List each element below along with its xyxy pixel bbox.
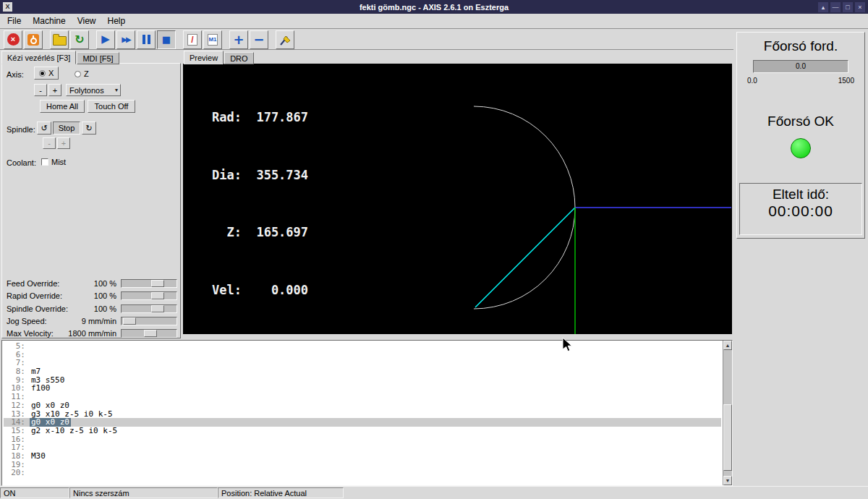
mist-label: Mist: [51, 158, 66, 166]
scroll-down-icon[interactable]: ▼: [723, 476, 732, 485]
reload-icon: ↻: [75, 34, 84, 46]
max-velocity-label: Max Velocity:: [7, 329, 54, 338]
gcode-line[interactable]: 6:: [4, 351, 721, 359]
slider-thumb[interactable]: [151, 292, 164, 299]
menu-help[interactable]: Help: [102, 14, 132, 27]
gcode-line[interactable]: 11:: [4, 393, 721, 401]
tool-cell: Nincs szerszám: [69, 487, 218, 498]
spindle-override-slider[interactable]: [121, 304, 177, 313]
axis-z-radio[interactable]: Z: [75, 69, 89, 78]
menu-machine[interactable]: Machine: [27, 14, 71, 27]
menubar: File Machine View Help: [0, 14, 868, 29]
jog-speed-label: Jog Speed:: [7, 317, 47, 325]
run-button[interactable]: ▶: [96, 30, 115, 49]
elapsed-label: Eltelt idő:: [740, 187, 861, 202]
rapid-override-value: 100 %: [94, 291, 116, 300]
gcode-line[interactable]: 16:: [4, 435, 721, 444]
jog-minus-button[interactable]: -: [34, 84, 47, 96]
machine-power-button[interactable]: [24, 30, 43, 49]
mist-checkbox[interactable]: Mist: [41, 158, 66, 166]
gcode-listing[interactable]: 5: 6: 7: 8:m7 9:m3 s550 10:f100 11: 12:g…: [1, 340, 733, 486]
zoom-in-button[interactable]: +: [229, 30, 248, 49]
clear-plot-button[interactable]: [276, 30, 294, 49]
zoom-out-icon: −: [253, 33, 264, 46]
axis-z-label: Z: [84, 69, 89, 78]
stop-button[interactable]: ■: [157, 30, 176, 49]
skip-lines-button[interactable]: /: [183, 30, 202, 49]
reload-button[interactable]: ↻: [70, 30, 89, 49]
tab-dro[interactable]: DRO: [224, 52, 253, 64]
jog-speed-slider[interactable]: [121, 317, 177, 325]
spindle-plus-button[interactable]: +: [57, 137, 70, 149]
stop-icon: ■: [162, 35, 171, 44]
preview-canvas[interactable]: Rad: 177.867 Dia: 355.734 Z: 165.697 Vel…: [183, 64, 732, 334]
slider-thumb[interactable]: [151, 305, 164, 312]
gcode-line[interactable]: 19:: [4, 461, 721, 469]
pause-button[interactable]: [137, 30, 156, 49]
dro-rad: Rad: 177.867: [212, 108, 308, 127]
tab-mdi[interactable]: MDI [F5]: [77, 52, 119, 64]
jog-plus-button[interactable]: +: [48, 84, 61, 96]
estop-icon: ×: [7, 33, 20, 46]
zoom-out-button[interactable]: −: [250, 30, 268, 49]
close-icon[interactable]: ×: [855, 2, 865, 12]
gcode-line[interactable]: 10:f100: [4, 384, 721, 393]
spindle-forward-button[interactable]: ↻: [82, 121, 96, 135]
pause-icon: [142, 35, 150, 44]
tab-manual-control[interactable]: Kézi vezérlés [F3]: [1, 51, 76, 64]
spindle-stop-button[interactable]: Stop: [53, 121, 80, 135]
toolbar: × ↻ ▶ ▶▶ ■ / M1 + −: [0, 30, 733, 50]
feed-override-slider[interactable]: [121, 279, 177, 288]
spindle-label: Spindle:: [7, 125, 35, 134]
axis-label: Axis:: [7, 70, 24, 79]
gcode-line[interactable]: 18:M30: [4, 452, 721, 461]
scrollbar-thumb[interactable]: [723, 404, 732, 471]
feed-override-row: Feed Override: 100 %: [7, 278, 177, 289]
spindle-forward-icon: ↻: [85, 124, 92, 133]
gcode-scrollbar[interactable]: ▲ ▼: [723, 341, 732, 485]
feed-override-value: 100 %: [94, 279, 116, 288]
dro-dia: Dia: 355.734: [212, 166, 308, 185]
axis-x-radio[interactable]: X: [34, 67, 59, 80]
machine-state-cell: ON: [0, 487, 69, 498]
gcode-line[interactable]: 12:g0 x0 z0: [4, 401, 721, 410]
step-button[interactable]: ▶▶: [116, 30, 135, 49]
slider-thumb[interactable]: [123, 317, 136, 325]
window-controls: ▴ — □ ×: [818, 2, 865, 12]
rapid-override-label: Rapid Override:: [7, 291, 62, 300]
chevron-down-icon: ▾: [113, 87, 120, 93]
gcode-line[interactable]: 8:m7: [4, 367, 721, 376]
mouse-cursor: [561, 337, 573, 353]
home-all-button[interactable]: Home All: [40, 100, 85, 113]
touch-off-button[interactable]: Touch Off: [88, 100, 135, 113]
open-file-button[interactable]: [50, 30, 69, 49]
optional-stop-icon: M1: [208, 34, 218, 46]
slider-thumb[interactable]: [151, 280, 164, 287]
shade-icon[interactable]: ▴: [818, 2, 828, 12]
gcode-line[interactable]: 20:: [4, 469, 721, 477]
minimize-icon[interactable]: —: [830, 2, 841, 12]
gcode-line[interactable]: 15:g2 x-10 z-5 i0 k-5: [4, 427, 721, 435]
menu-view[interactable]: View: [72, 14, 102, 27]
estop-button[interactable]: ×: [4, 30, 22, 49]
tab-preview[interactable]: Preview: [184, 51, 224, 64]
max-velocity-slider[interactable]: [121, 329, 177, 338]
jog-mode-dropdown[interactable]: Folytonos ▾: [66, 84, 121, 96]
menu-file[interactable]: File: [1, 14, 27, 27]
jog-speed-value: 9 mm/min: [82, 317, 116, 325]
slider-thumb[interactable]: [144, 330, 157, 337]
gcode-line[interactable]: 7:: [4, 359, 721, 367]
gcode-lines: 5: 6: 7: 8:m7 9:m3 s550 10:f100 11: 12:g…: [4, 342, 721, 484]
gcode-line[interactable]: 5:: [4, 342, 721, 351]
spindle-reverse-button[interactable]: ↺: [37, 121, 51, 135]
spindle-minus-button[interactable]: -: [43, 137, 56, 149]
maximize-icon[interactable]: □: [843, 2, 853, 12]
rapid-override-slider[interactable]: [121, 291, 177, 300]
spindle-ok-title: Főorsó OK: [737, 114, 864, 129]
gcode-line[interactable]: 13:g3 x10 z-5 i0 k-5: [4, 410, 721, 419]
gcode-line[interactable]: 9:m3 s550: [4, 376, 721, 385]
window-icon: X: [3, 2, 12, 12]
scroll-up-icon[interactable]: ▲: [723, 341, 732, 350]
optional-stop-button[interactable]: M1: [203, 30, 222, 49]
gcode-line[interactable]: 17:: [4, 443, 721, 452]
